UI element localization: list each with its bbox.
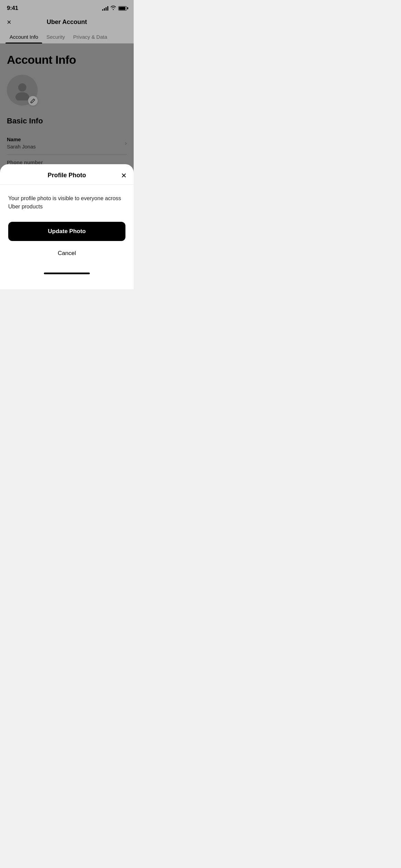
sheet-title: Profile Photo — [48, 172, 86, 179]
sheet-close-button[interactable]: ✕ — [121, 172, 127, 179]
update-photo-button[interactable]: Update Photo — [8, 222, 125, 241]
home-bar — [44, 273, 90, 274]
cancel-button[interactable]: Cancel — [8, 245, 125, 262]
sheet-body: Your profile photo is visible to everyon… — [0, 185, 134, 270]
home-indicator — [0, 270, 134, 276]
profile-photo-sheet: Profile Photo ✕ Your profile photo is vi… — [0, 164, 134, 289]
sheet-description: Your profile photo is visible to everyon… — [8, 194, 125, 211]
sheet-header: Profile Photo ✕ — [0, 164, 134, 185]
